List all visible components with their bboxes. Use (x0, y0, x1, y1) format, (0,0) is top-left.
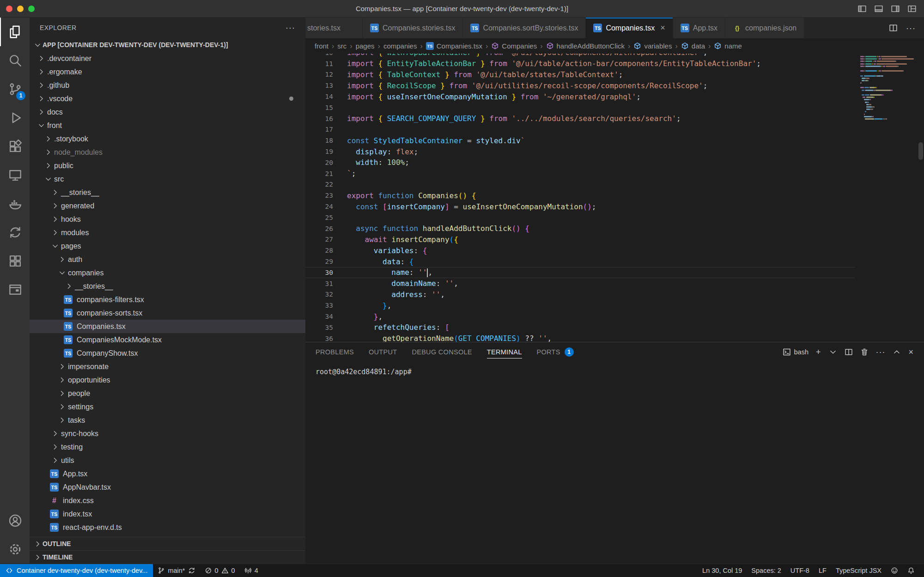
code-line-20[interactable]: 20 width: 100%; (305, 157, 855, 168)
new-terminal-button[interactable]: + (816, 348, 821, 356)
tab-App.tsx[interactable]: TSApp.tsx (673, 18, 725, 38)
code-line-27[interactable]: 27 await insertCompany({ (305, 234, 855, 245)
code-line-26[interactable]: 26 async function handleAddButtonClick()… (305, 223, 855, 234)
close-tab-icon[interactable]: × (660, 23, 665, 33)
tree-folder-docs[interactable]: docs (30, 105, 305, 119)
tab-Companies.tsx[interactable]: TSCompanies.tsx× (586, 18, 673, 38)
breadcrumb-item-Companies.tsx[interactable]: TSCompanies.tsx (426, 42, 482, 50)
breadcrumb-item-src[interactable]: src (337, 42, 346, 50)
tab-companies.json[interactable]: {}companies.json (725, 18, 804, 38)
tree-folder-modules[interactable]: modules (30, 226, 305, 239)
code-line-11[interactable]: 11import { EntityTableActionBar } from '… (305, 58, 855, 69)
zoom-window-button[interactable] (28, 6, 35, 12)
code-line-34[interactable]: 34 }, (305, 311, 855, 322)
tree-folder-pages[interactable]: pages (30, 239, 305, 253)
tree-folder-people[interactable]: people (30, 387, 305, 400)
feedback-button[interactable] (886, 564, 903, 577)
breadcrumb-item-data[interactable]: data (681, 42, 705, 50)
code-line-18[interactable]: 18const StyledTableContainer = styled.di… (305, 135, 855, 146)
toggle-secondary-sidebar-icon[interactable] (891, 4, 900, 13)
workspace-section-header[interactable]: APP [CONTAINER DEV-TWENTY-DEV (DEV-TWENT… (30, 38, 305, 52)
tree-folder-node_modules[interactable]: node_modules (30, 146, 305, 159)
panel-tab-debug-console[interactable]: DEBUG CONSOLE (412, 342, 472, 361)
code-line-13[interactable]: 13import { RecoilScope } from '@/ui/util… (305, 80, 855, 91)
tree-file-CompanyShow.tsx[interactable]: TSCompanyShow.tsx (30, 346, 305, 360)
code-line-21[interactable]: 21`; (305, 168, 855, 179)
code-line-16[interactable]: 16import { SEARCH_COMPANY_QUERY } from '… (305, 113, 855, 124)
tree-folder-testing[interactable]: testing (30, 440, 305, 454)
status-cursor-position[interactable]: Ln 30, Col 19 (698, 564, 747, 577)
close-window-button[interactable] (6, 6, 12, 12)
status-eol[interactable]: LF (814, 564, 831, 577)
remote-indicator[interactable]: Container dev-twenty-dev (dev-twenty-dev… (0, 564, 153, 577)
tree-folder-src[interactable]: src (30, 172, 305, 186)
code-line-36[interactable]: 36 getOperationName(GET_COMPANIES) ?? ''… (305, 333, 855, 342)
split-terminal-icon[interactable] (845, 348, 853, 356)
tree-folder-front[interactable]: front (30, 119, 305, 132)
tree-folder-impersonate[interactable]: impersonate (30, 360, 305, 373)
tree-file-companies-sorts.tsx[interactable]: TScompanies-sorts.tsx (30, 306, 305, 320)
code-line-24[interactable]: 24 const [insertCompany] = useInsertOneC… (305, 201, 855, 212)
sidebar-section-outline[interactable]: OUTLINE (30, 537, 305, 550)
status-indentation[interactable]: Spaces: 2 (747, 564, 786, 577)
customize-layout-icon[interactable] (907, 4, 917, 13)
notifications-button[interactable] (903, 564, 919, 577)
activity-bar-item-run-debug[interactable] (0, 103, 30, 132)
tree-folder-hooks[interactable]: hooks (30, 213, 305, 226)
breadcrumb-item-variables[interactable]: variables (633, 42, 672, 50)
toggle-primary-sidebar-icon[interactable] (857, 4, 867, 13)
activity-bar-item-files[interactable] (0, 18, 30, 46)
close-panel-icon[interactable]: × (908, 348, 914, 356)
breadcrumb-item-companies[interactable]: companies (383, 42, 417, 50)
tree-file-companies-filters.tsx[interactable]: TScompanies-filters.tsx (30, 293, 305, 306)
activity-bar-item-extensions[interactable] (0, 132, 30, 161)
tree-folder-utils[interactable]: utils (30, 454, 305, 467)
minimize-window-button[interactable] (17, 6, 24, 12)
minimap[interactable] (860, 56, 917, 342)
code-line-14[interactable]: 14import { useInsertOneCompanyMutation }… (305, 91, 855, 102)
activity-bar-item-source-control[interactable]: 1 (0, 75, 30, 103)
tree-folder-.devcontainer[interactable]: .devcontainer (30, 52, 305, 65)
code-line-31[interactable]: 31 domainName: '', (305, 278, 855, 289)
code-editor[interactable]: 10import { WithTopBarContainer } from '@… (305, 54, 924, 342)
tree-folder-.github[interactable]: .github (30, 79, 305, 92)
breadcrumb-item-name[interactable]: name (714, 42, 742, 50)
status-language-mode[interactable]: TypeScript JSX (831, 564, 886, 577)
activity-bar-item-docker-whale[interactable] (0, 189, 30, 218)
code-line-28[interactable]: 28 variables: { (305, 245, 855, 256)
tree-folder-.storybook[interactable]: .storybook (30, 132, 305, 146)
code-line-32[interactable]: 32 address: '', (305, 289, 855, 300)
code-line-25[interactable]: 25 (305, 212, 855, 223)
code-line-17[interactable]: 17 (305, 124, 855, 135)
tree-file-App.tsx[interactable]: TSApp.tsx (30, 467, 305, 480)
branch-indicator[interactable]: main* (153, 564, 200, 577)
tree-folder-public[interactable]: public (30, 159, 305, 172)
scrollbar-thumb[interactable] (918, 142, 923, 160)
panel-tab-ports[interactable]: PORTS1 (537, 342, 574, 361)
tree-folder-auth[interactable]: auth (30, 253, 305, 266)
activity-bar-item-remote-explorer[interactable] (0, 161, 30, 189)
tab-stories.tsx[interactable]: stories.tsx (305, 18, 363, 38)
code-line-19[interactable]: 19 display: flex; (305, 146, 855, 157)
terminal-output[interactable]: root@0a42ecd84891:/app# (305, 361, 924, 564)
code-line-23[interactable]: 23export function Companies() { (305, 190, 855, 201)
tree-folder-sync-hooks[interactable]: sync-hooks (30, 427, 305, 440)
sidebar-section-timeline[interactable]: TIMELINE (30, 550, 305, 564)
activity-bar-item-window-preview[interactable] (0, 275, 30, 304)
code-line-29[interactable]: 29 data: { (305, 256, 855, 267)
more-actions-icon[interactable]: ··· (876, 348, 886, 356)
tree-file-AppNavbar.tsx[interactable]: TSAppNavbar.tsx (30, 480, 305, 494)
code-line-35[interactable]: 35 refetchQueries: [ (305, 322, 855, 333)
status-encoding[interactable]: UTF-8 (786, 564, 814, 577)
tree-folder-.ergomake[interactable]: .ergomake (30, 65, 305, 79)
panel-tab-terminal[interactable]: TERMINAL (487, 342, 522, 361)
activity-bar-item-account[interactable] (0, 506, 30, 535)
split-editor-icon[interactable] (889, 24, 898, 32)
tree-file-CompaniesMockMode.tsx[interactable]: TSCompaniesMockMode.tsx (30, 333, 305, 346)
tab-Companies.stories.tsx[interactable]: TSCompanies.stories.tsx (363, 18, 463, 38)
tree-folder-generated[interactable]: generated (30, 199, 305, 213)
activity-bar-item-circle-arrows[interactable] (0, 218, 30, 247)
code-line-22[interactable]: 22 (305, 179, 855, 190)
maximize-panel-icon[interactable] (893, 348, 901, 356)
code-line-10[interactable]: 10import { WithTopBarContainer } from '@… (305, 54, 855, 58)
